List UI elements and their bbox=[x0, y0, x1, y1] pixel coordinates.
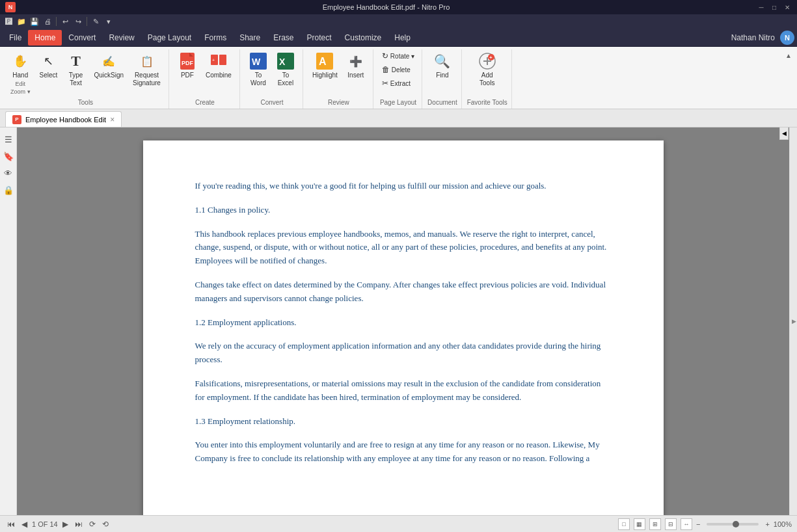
hand-zoom-label: Zoom ▾ bbox=[10, 88, 31, 95]
svg-text:A: A bbox=[319, 56, 327, 67]
window-controls[interactable]: ─ □ ✕ bbox=[757, 3, 792, 12]
type-text-button[interactable]: T TypeText bbox=[63, 49, 89, 90]
sidebar-security-icon[interactable]: 🔒 bbox=[2, 183, 15, 196]
delete-button[interactable]: 🗑 Delete bbox=[379, 63, 418, 76]
extract-label: Extract bbox=[390, 80, 411, 87]
menu-page-layout[interactable]: Page Layout bbox=[141, 30, 198, 46]
pagelayout-group-label: Page Layout bbox=[379, 98, 418, 109]
nav-prev-button[interactable]: ◀ bbox=[20, 519, 29, 529]
pdf-paragraph-1: If you're reading this, we think you're … bbox=[195, 180, 612, 193]
find-button[interactable]: 🔍 Find bbox=[429, 49, 455, 82]
menu-convert[interactable]: Convert bbox=[62, 30, 102, 46]
add-tools-label: AddTools bbox=[480, 72, 494, 87]
page-info: 1 OF 14 bbox=[32, 520, 58, 528]
title-bar-left: N bbox=[5, 2, 16, 12]
pdf-heading-1-3: 1.3 Employment relationship. bbox=[195, 415, 612, 429]
view-width-button[interactable]: ↔ bbox=[681, 518, 692, 530]
view-grid-button[interactable]: ⊞ bbox=[649, 518, 661, 530]
qat-customize[interactable]: ✎ bbox=[90, 16, 101, 27]
request-signature-button[interactable]: 📋 RequestSignature bbox=[129, 49, 165, 90]
right-panel-collapse-top[interactable]: ◀ bbox=[779, 127, 789, 140]
pdf-button[interactable]: PDF PDF bbox=[174, 49, 200, 82]
ribbon-group-create: PDF PDF + Combine bbox=[170, 49, 240, 109]
create-group-label: Create bbox=[174, 98, 236, 109]
menu-forms[interactable]: Forms bbox=[198, 30, 233, 46]
extract-button[interactable]: ✂ Extract bbox=[379, 77, 418, 90]
menu-customize[interactable]: Customize bbox=[338, 30, 388, 46]
quicksign-icon: ✍ bbox=[100, 52, 118, 70]
nav-refresh-button[interactable]: ⟳ bbox=[87, 519, 98, 529]
highlight-button[interactable]: A Highlight bbox=[308, 49, 342, 82]
qat-redo[interactable]: ↪ bbox=[72, 16, 84, 27]
minimize-button[interactable]: ─ bbox=[757, 3, 766, 12]
quicksign-button[interactable]: ✍ QuickSign bbox=[90, 49, 128, 82]
zoom-out-icon[interactable]: − bbox=[696, 520, 700, 528]
qat-more[interactable]: ▾ bbox=[103, 16, 115, 27]
qat-new[interactable]: 🅿 bbox=[3, 16, 14, 27]
find-icon: 🔍 bbox=[433, 52, 452, 70]
zoom-slider[interactable] bbox=[707, 523, 759, 525]
view-double-button[interactable]: ▦ bbox=[634, 518, 645, 530]
view-single-button[interactable]: □ bbox=[618, 518, 630, 530]
qat-undo[interactable]: ↩ bbox=[59, 16, 71, 27]
zoom-thumb[interactable] bbox=[733, 521, 739, 527]
hand-label: Hand bbox=[12, 72, 28, 79]
status-bar: ⏮ ◀ 1 OF 14 ▶ ⏭ ⟳ ⟲ □ ▦ ⊞ ⊟ ↔ − + 100% bbox=[0, 515, 797, 532]
add-tools-button[interactable]: + AddTools bbox=[474, 49, 500, 90]
to-excel-button[interactable]: X ToExcel bbox=[273, 49, 299, 90]
combine-button[interactable]: + Combine bbox=[202, 49, 236, 82]
nav-next-button[interactable]: ▶ bbox=[61, 519, 70, 529]
sidebar-thumbnails-icon[interactable]: ☰ bbox=[2, 133, 15, 146]
insert-button[interactable]: ➕ Insert bbox=[343, 49, 369, 82]
view-fit-button[interactable]: ⊟ bbox=[665, 518, 677, 530]
doc-tab-close-button[interactable]: × bbox=[110, 115, 115, 124]
insert-label: Insert bbox=[347, 72, 364, 79]
ribbon-collapse-button[interactable]: ▲ bbox=[783, 49, 794, 62]
menu-review[interactable]: Review bbox=[102, 30, 141, 46]
app-icon: N bbox=[5, 2, 16, 12]
qat-save[interactable]: 💾 bbox=[29, 16, 40, 27]
document-group-label: Document bbox=[427, 98, 457, 109]
select-button[interactable]: ↖ Select bbox=[36, 49, 62, 82]
pdf-paragraph-6: You enter into this employment voluntari… bbox=[195, 438, 612, 466]
menu-help[interactable]: Help bbox=[388, 30, 417, 46]
pdf-label: PDF bbox=[181, 72, 194, 79]
svg-text:+: + bbox=[212, 58, 215, 62]
menu-home[interactable]: Home bbox=[28, 30, 62, 46]
excel-icon: X bbox=[277, 52, 295, 70]
menu-erase[interactable]: Erase bbox=[267, 30, 300, 46]
window-title: Employee Handbook Edit.pdf - Nitro Pro bbox=[16, 3, 757, 11]
qat-open[interactable]: 📁 bbox=[16, 16, 27, 27]
qat-separator2 bbox=[87, 17, 87, 26]
menu-protect[interactable]: Protect bbox=[301, 30, 338, 46]
to-word-button[interactable]: W ToWord bbox=[245, 49, 271, 90]
zoom-in-icon[interactable]: + bbox=[765, 520, 769, 528]
nav-first-button[interactable]: ⏮ bbox=[5, 519, 17, 529]
ribbon-group-review: A Highlight ➕ Insert Review bbox=[304, 49, 373, 109]
delete-label: Delete bbox=[392, 66, 411, 73]
main-area: ☰ 🔖 👁 🔒 ◀ If you're reading this, we thi… bbox=[0, 127, 797, 515]
qat-separator bbox=[56, 17, 57, 26]
svg-text:+: + bbox=[489, 55, 493, 60]
nav-last-button[interactable]: ⏭ bbox=[73, 519, 85, 529]
close-button[interactable]: ✕ bbox=[783, 3, 792, 12]
sidebar-layers-icon[interactable]: 👁 bbox=[2, 166, 15, 180]
pdf-heading-1-1: 1.1 Changes in policy. bbox=[195, 204, 612, 217]
nav-back-button[interactable]: ⟲ bbox=[100, 519, 111, 529]
request-sig-icon: 📋 bbox=[138, 52, 156, 70]
sidebar-bookmarks-icon[interactable]: 🔖 bbox=[2, 150, 15, 163]
doc-tab-employee-handbook[interactable]: P Employee Handbook Edit × bbox=[5, 111, 122, 127]
maximize-button[interactable]: □ bbox=[770, 3, 779, 12]
menu-share[interactable]: Share bbox=[233, 30, 267, 46]
pdf-area[interactable]: ◀ If you're reading this, we think you'r… bbox=[17, 127, 789, 515]
find-label: Find bbox=[436, 72, 448, 79]
qat-print[interactable]: 🖨 bbox=[42, 16, 53, 27]
select-label: Select bbox=[40, 72, 58, 79]
pdf-paragraph-4: We rely on the accuracy of employment ap… bbox=[195, 339, 612, 367]
rotate-button[interactable]: ↻ Rotate ▾ bbox=[379, 49, 418, 62]
review-group-label: Review bbox=[308, 98, 369, 109]
left-sidebar: ☰ 🔖 👁 🔒 bbox=[0, 127, 17, 515]
ribbon-group-favorites: + AddTools Favorite Tools bbox=[463, 49, 512, 109]
menu-file[interactable]: File bbox=[3, 30, 28, 46]
hand-tool-button[interactable]: ✋ Hand Edit Zoom ▾ bbox=[7, 49, 34, 98]
